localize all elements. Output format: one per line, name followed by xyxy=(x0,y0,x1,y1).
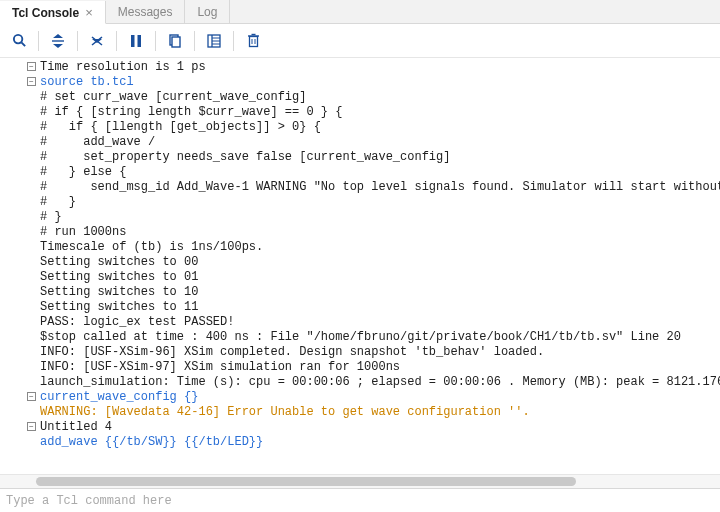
console-line: # add_wave / xyxy=(0,135,720,150)
tab-label: Log xyxy=(197,5,217,19)
search-icon[interactable] xyxy=(8,30,30,52)
line-text: # run 1000ns xyxy=(40,225,126,240)
separator xyxy=(155,31,156,51)
line-text: Setting switches to 10 xyxy=(40,285,198,300)
console-line: # run 1000ns xyxy=(0,225,720,240)
console-line: WARNING: [Wavedata 42-16] Error Unable t… xyxy=(0,405,720,420)
line-text: Timescale of (tb) is 1ns/100ps. xyxy=(40,240,263,255)
separator xyxy=(116,31,117,51)
console-line: −Untitled 4 xyxy=(0,420,720,435)
toolbar xyxy=(0,24,720,58)
pause-icon[interactable] xyxy=(125,30,147,52)
line-text: launch_simulation: Time (s): cpu = 00:00… xyxy=(40,375,720,390)
tab-log[interactable]: Log xyxy=(185,0,230,23)
line-text: Setting switches to 01 xyxy=(40,270,198,285)
tab-tcl-console[interactable]: Tcl Console × xyxy=(0,1,106,24)
console-line: PASS: logic_ex test PASSED! xyxy=(0,315,720,330)
line-text: $stop called at time : 400 ns : File "/h… xyxy=(40,330,681,345)
gutter: − xyxy=(0,390,40,401)
console-line: # send_msg_id Add_Wave-1 WARNING "No top… xyxy=(0,180,720,195)
line-text: Setting switches to 00 xyxy=(40,255,198,270)
fold-toggle-icon[interactable]: − xyxy=(27,422,36,431)
line-text: PASS: logic_ex test PASSED! xyxy=(40,315,234,330)
toggle-column-icon[interactable] xyxy=(203,30,225,52)
console-line: # set curr_wave [current_wave_config] xyxy=(0,90,720,105)
console-line: # if { [string length $curr_wave] == 0 }… xyxy=(0,105,720,120)
gutter: − xyxy=(0,60,40,71)
line-text: WARNING: [Wavedata 42-16] Error Unable t… xyxy=(40,405,530,420)
tab-label: Messages xyxy=(118,5,173,19)
horizontal-scrollbar[interactable] xyxy=(0,474,720,488)
line-text: # add_wave / xyxy=(40,135,155,150)
collapse-all-icon[interactable] xyxy=(47,30,69,52)
console-output[interactable]: −Time resolution is 1 ps−source tb.tcl# … xyxy=(0,58,720,474)
separator xyxy=(38,31,39,51)
line-text: # set curr_wave [current_wave_config] xyxy=(40,90,306,105)
console-line: −current_wave_config {} xyxy=(0,390,720,405)
console-line: −Time resolution is 1 ps xyxy=(0,60,720,75)
console-line: # if { [llength [get_objects]] > 0} { xyxy=(0,120,720,135)
line-text: INFO: [USF-XSim-96] XSim completed. Desi… xyxy=(40,345,544,360)
gutter: − xyxy=(0,75,40,86)
line-text: # } xyxy=(40,195,76,210)
line-text: # send_msg_id Add_Wave-1 WARNING "No top… xyxy=(40,180,720,195)
line-text: Untitled 4 xyxy=(40,420,112,435)
fold-toggle-icon[interactable]: − xyxy=(27,392,36,401)
svg-rect-3 xyxy=(131,35,135,47)
line-text: # set_property needs_save false [current… xyxy=(40,150,450,165)
line-text: # } xyxy=(40,210,62,225)
scrollbar-thumb[interactable] xyxy=(36,477,576,486)
console-line: add_wave {{/tb/SW}} {{/tb/LED}} xyxy=(0,435,720,450)
console-line: Setting switches to 11 xyxy=(0,300,720,315)
gutter: − xyxy=(0,420,40,431)
console-line: −source tb.tcl xyxy=(0,75,720,90)
console-line: Setting switches to 01 xyxy=(0,270,720,285)
tab-bar: Tcl Console × Messages Log xyxy=(0,0,720,24)
tab-label: Tcl Console xyxy=(12,6,79,20)
separator xyxy=(233,31,234,51)
console-line: # } else { xyxy=(0,165,720,180)
separator xyxy=(194,31,195,51)
console-line: INFO: [USF-XSim-97] XSim simulation ran … xyxy=(0,360,720,375)
tab-messages[interactable]: Messages xyxy=(106,0,186,23)
svg-rect-6 xyxy=(172,37,180,47)
line-text: add_wave {{/tb/SW}} {{/tb/LED}} xyxy=(40,435,263,450)
line-text: Setting switches to 11 xyxy=(40,300,198,315)
line-text: # if { [string length $curr_wave] == 0 }… xyxy=(40,105,342,120)
line-text: # if { [llength [get_objects]] > 0} { xyxy=(40,120,321,135)
separator xyxy=(77,31,78,51)
fold-toggle-icon[interactable]: − xyxy=(27,77,36,86)
line-text: INFO: [USF-XSim-97] XSim simulation ran … xyxy=(40,360,400,375)
console-line: Setting switches to 10 xyxy=(0,285,720,300)
command-input-row xyxy=(0,488,720,512)
line-text: current_wave_config {} xyxy=(40,390,198,405)
svg-line-1 xyxy=(21,42,25,46)
line-text: # } else { xyxy=(40,165,126,180)
svg-rect-4 xyxy=(138,35,142,47)
line-text: Time resolution is 1 ps xyxy=(40,60,206,75)
svg-rect-2 xyxy=(52,40,64,41)
console-line: launch_simulation: Time (s): cpu = 00:00… xyxy=(0,375,720,390)
trash-icon[interactable] xyxy=(242,30,264,52)
console-line: # } xyxy=(0,210,720,225)
console-line: INFO: [USF-XSim-96] XSim completed. Desi… xyxy=(0,345,720,360)
console-line: $stop called at time : 400 ns : File "/h… xyxy=(0,330,720,345)
svg-rect-12 xyxy=(249,37,257,47)
fold-toggle-icon[interactable]: − xyxy=(27,62,36,71)
svg-point-0 xyxy=(13,35,21,43)
console-line: Timescale of (tb) is 1ns/100ps. xyxy=(0,240,720,255)
copy-icon[interactable] xyxy=(164,30,186,52)
console-line: # set_property needs_save false [current… xyxy=(0,150,720,165)
console-line: Setting switches to 00 xyxy=(0,255,720,270)
tcl-command-input[interactable] xyxy=(0,490,720,512)
expand-all-icon[interactable] xyxy=(86,30,108,52)
line-text: source tb.tcl xyxy=(40,75,134,90)
console-line: # } xyxy=(0,195,720,210)
close-icon[interactable]: × xyxy=(85,5,93,20)
